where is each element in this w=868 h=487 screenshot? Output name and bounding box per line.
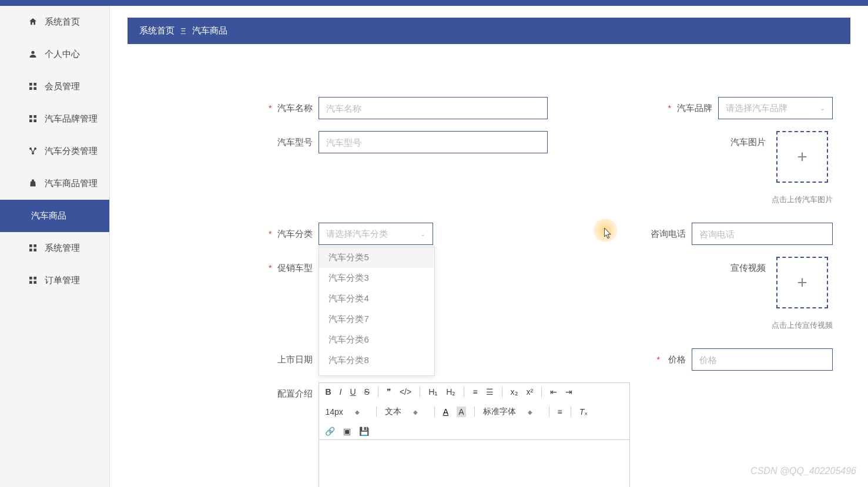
field-label: 汽车型号 xyxy=(274,131,313,153)
sidebar-item-home[interactable]: 系统首页 xyxy=(0,6,109,38)
car-model-input[interactable] xyxy=(319,131,548,153)
format-select[interactable]: 文本 ◆ xyxy=(385,407,426,417)
sidebar-item-label: 汽车商品管理 xyxy=(45,178,98,189)
grid-icon xyxy=(28,243,39,254)
field-label: 汽车名称 xyxy=(274,97,313,119)
sidebar-item-label: 系统首页 xyxy=(45,16,80,28)
code-button[interactable]: </> xyxy=(400,387,411,397)
required-mark: * xyxy=(668,97,671,119)
bold-button[interactable]: B xyxy=(325,387,331,397)
italic-button[interactable]: I xyxy=(340,387,342,397)
chevron-down-icon: ⌄ xyxy=(820,105,825,112)
bg-color-button[interactable]: A xyxy=(457,407,465,417)
font-size-select[interactable]: 14px ◆ xyxy=(325,407,367,417)
svg-rect-15 xyxy=(33,248,36,251)
car-brand-select[interactable]: 请选择汽车品牌 ⌄ xyxy=(718,97,833,119)
h1-button[interactable]: H₁ xyxy=(428,387,438,397)
dropdown-option[interactable]: 汽车分类7 xyxy=(319,309,434,330)
consult-phone-input[interactable] xyxy=(692,223,833,245)
breadcrumb-home[interactable]: 系统首页 xyxy=(139,25,175,36)
grid-icon xyxy=(28,114,39,125)
field-label: 汽车图片 xyxy=(727,131,766,153)
save-button[interactable]: 💾 xyxy=(359,426,369,436)
form-card: * 汽车名称 * 汽车品牌 请选择汽车品牌 ⌄ * xyxy=(251,79,850,487)
sidebar-item-category-mgmt[interactable]: 汽车分类管理 xyxy=(0,135,109,167)
required-mark: * xyxy=(657,348,660,371)
sidebar-item-order-mgmt[interactable]: 订单管理 xyxy=(0,264,109,297)
unordered-list-button[interactable]: ☰ xyxy=(486,387,494,397)
h2-button[interactable]: H₂ xyxy=(446,387,455,397)
dropdown-option[interactable]: 汽车分类5 xyxy=(319,247,434,268)
subscript-button[interactable]: x₂ xyxy=(511,387,518,397)
field-label: 汽车分类 xyxy=(274,223,313,245)
svg-rect-17 xyxy=(33,277,36,280)
link-button[interactable]: 🔗 xyxy=(325,426,335,436)
bag-icon xyxy=(28,179,39,189)
field-price: * 价格 xyxy=(657,348,833,371)
superscript-button[interactable]: x² xyxy=(527,387,534,397)
dropdown-option[interactable]: 汽车分类8 xyxy=(319,350,434,371)
align-button[interactable]: ≡ xyxy=(558,407,562,417)
upload-hint: 点击上传宣传视频 xyxy=(772,320,833,331)
field-promo-type: * 促销车型 xyxy=(269,257,313,279)
svg-rect-2 xyxy=(33,83,36,86)
plus-icon: + xyxy=(797,147,807,167)
sidebar-item-members[interactable]: 会员管理 xyxy=(0,70,109,103)
field-car-image: 汽车图片 + 点击上传汽车图片 xyxy=(727,131,833,205)
dropdown-option[interactable]: 汽车分类4 xyxy=(319,288,434,309)
ordered-list-button[interactable]: ≡ xyxy=(472,387,477,397)
nodes-icon xyxy=(28,146,39,157)
indent-left-button[interactable]: ⇤ xyxy=(550,387,557,397)
field-consult-phone: 咨询电话 xyxy=(647,223,833,245)
main-content: 系统首页 Ξ 汽车商品 * 汽车名称 * 汽车品牌 请选择汽车品牌 ⌄ xyxy=(110,6,868,487)
chevron-down-icon: ⌄ xyxy=(420,230,425,238)
sidebar-item-system-mgmt[interactable]: 系统管理 xyxy=(0,232,109,264)
field-label: 配置介绍 xyxy=(274,382,313,405)
sidebar-item-car-product[interactable]: 汽车商品 xyxy=(0,200,109,232)
select-placeholder: 请选择汽车品牌 xyxy=(726,103,787,114)
sidebar-item-profile[interactable]: 个人中心 xyxy=(0,38,109,70)
svg-rect-4 xyxy=(33,87,36,90)
field-car-brand: * 汽车品牌 请选择汽车品牌 ⌄ xyxy=(668,97,833,119)
svg-rect-16 xyxy=(29,277,32,280)
price-input[interactable] xyxy=(692,348,833,371)
sidebar-item-product-mgmt[interactable]: 汽车商品管理 xyxy=(0,167,109,200)
car-category-select[interactable]: 请选择汽车分类 ⌄ 汽车分类5 汽车分类3 汽车分类4 汽车分类7 汽车分类6 … xyxy=(319,223,433,245)
indent-right-button[interactable]: ⇥ xyxy=(565,387,572,397)
upload-hint: 点击上传汽车图片 xyxy=(772,194,833,205)
dropdown-option[interactable]: 汽车分类3 xyxy=(319,268,434,288)
quote-button[interactable]: ❞ xyxy=(387,387,391,397)
text-color-button[interactable]: A xyxy=(443,407,448,417)
car-image-upload[interactable]: + xyxy=(776,131,828,183)
clear-format-button[interactable]: Tₓ xyxy=(579,407,588,417)
field-promo-video: 宣传视频 + 点击上传宣传视频 xyxy=(727,257,833,331)
dropdown-option[interactable]: 汽车分类2 xyxy=(319,371,434,376)
caret-icon: ◆ xyxy=(413,409,418,415)
svg-rect-8 xyxy=(33,119,36,122)
promo-video-upload[interactable]: + xyxy=(776,257,828,308)
watermark: CSDN @QQ_402205496 xyxy=(750,466,856,476)
sidebar-item-label: 系统管理 xyxy=(45,243,80,254)
sidebar-item-label: 汽车品牌管理 xyxy=(45,113,98,125)
car-name-input[interactable] xyxy=(319,97,548,119)
editor-body[interactable] xyxy=(319,440,629,487)
top-bar xyxy=(0,0,868,6)
field-label: 促销车型 xyxy=(274,257,313,279)
field-label: 咨询电话 xyxy=(647,223,686,245)
dropdown-option[interactable]: 汽车分类6 xyxy=(319,330,434,350)
strike-button[interactable]: S xyxy=(364,387,370,397)
image-button[interactable]: ▣ xyxy=(343,426,351,436)
svg-rect-3 xyxy=(29,87,32,90)
sidebar-item-label: 汽车分类管理 xyxy=(45,146,98,157)
field-car-model: * 汽车型号 xyxy=(269,131,548,153)
sidebar-item-brand-mgmt[interactable]: 汽车品牌管理 xyxy=(0,103,109,135)
field-label: 宣传视频 xyxy=(727,257,766,279)
svg-rect-7 xyxy=(29,119,32,122)
font-family-select[interactable]: 标准字体 ◆ xyxy=(483,407,541,417)
grid-icon xyxy=(28,82,39,92)
svg-rect-19 xyxy=(33,281,36,284)
required-mark: * xyxy=(269,257,272,279)
field-label: 汽车品牌 xyxy=(673,97,712,119)
plus-icon: + xyxy=(797,273,807,293)
underline-button[interactable]: U xyxy=(350,387,356,397)
